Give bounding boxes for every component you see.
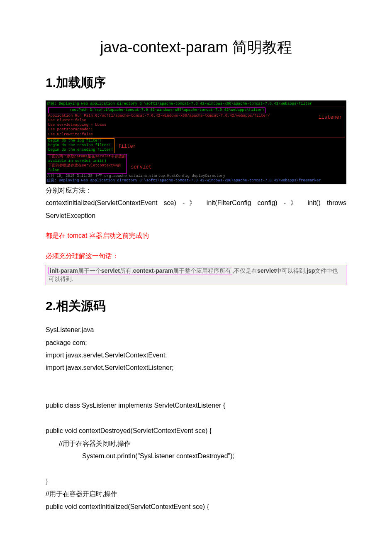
console-line: rootPath G:\soft1\apache-tomcat-7.0.42-w… (48, 108, 265, 113)
code-line: } (46, 475, 346, 488)
paragraph: 分别对应方法： (46, 184, 346, 197)
console-line: begin do the session filter! (48, 143, 113, 148)
console-line: 信息: Deploying web application directory … (47, 102, 345, 106)
page-title: java-context-param 简明教程 (46, 37, 346, 58)
console-line: 八月 19, 2015 3:11:38 下午 org.apache.catali… (47, 174, 345, 178)
console-line: begin do the log filter! (48, 139, 113, 143)
console-screenshot: 信息: Deploying web application directory … (46, 100, 346, 184)
console-line: false (48, 168, 126, 173)
console-line: Use Urlrewrite:false (48, 132, 344, 137)
red-note-2: 必须充分理解这一句话： (46, 250, 346, 262)
console-line: avalible in servlet init() (48, 159, 126, 164)
code-line: //用于在容器开启时,操作 (46, 488, 346, 500)
filter-label: filter (118, 144, 136, 150)
console-line: 信息: Deploying web application directory … (47, 178, 345, 183)
code-line: public class SysListener implements Serv… (46, 399, 346, 412)
console-line: begin do the encoding filter! (48, 148, 113, 152)
listener-label: listener (318, 115, 342, 121)
code-line: System.out.println("SysListener contextD… (46, 450, 346, 462)
document-page: java-context-param 简明教程 1.加载顺序 信息: Deplo… (0, 0, 392, 555)
console-line: Use cluster:false (48, 118, 344, 123)
code-line: import javax.servlet.ServletContextListe… (46, 362, 346, 374)
red-note-1: 都是在 tomcat 容器启动之前完成的 (46, 230, 346, 242)
method-chain: contextInitialized(ServletContextEvent s… (46, 197, 346, 222)
code-block: SysListener.java package com; import jav… (46, 324, 346, 513)
console-line: Application Run Path:G:/soft1/apache-tom… (48, 114, 344, 118)
code-line: package com; (46, 337, 346, 349)
quote-box: init-param属于一个servlet所有,context-param属于整… (46, 265, 346, 285)
console-line: Use poststoragmode:1 (48, 127, 344, 132)
filter-box: begin do the log filter! begin do the se… (47, 138, 114, 153)
code-line: //用于在容器关闭时,操作 (46, 438, 346, 450)
section-2-heading: 2.相关源码 (46, 298, 346, 315)
servlet-label: servlet (131, 164, 151, 171)
listener-box: rootPath G:\soft1\apache-tomcat-7.0.42-w… (47, 107, 345, 137)
code-line: public void contextInitialized(ServletCo… (46, 501, 346, 513)
section-1-heading: 1.加载顺序 (46, 74, 346, 91)
servlet-box: 下面的两个参数param1是在servlet中存放的 avalible in s… (47, 154, 127, 174)
console-line: 下面的两个参数param1是在servlet中存放的 (48, 154, 126, 159)
code-line: import javax.servlet.ServletContextEvent… (46, 349, 346, 362)
code-line: SysListener.java (46, 324, 346, 336)
console-line: 下面的参数是存放在servletcontext中的 (48, 164, 126, 168)
console-line: Use servletmapping = bbscs (48, 123, 344, 127)
quote-highlighted: init-param属于一个servlet所有,context-param属于整… (49, 267, 232, 274)
code-line: public void contextDestroyed(ServletCont… (46, 425, 346, 437)
